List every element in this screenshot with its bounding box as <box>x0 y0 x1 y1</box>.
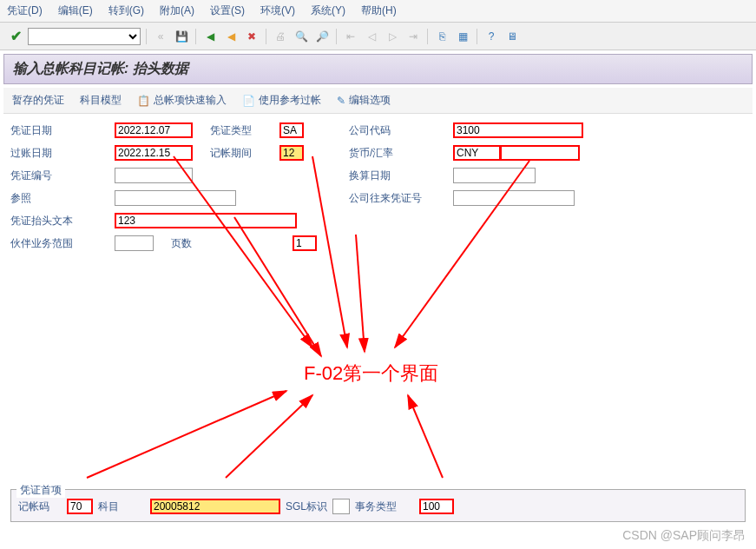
voucher-type-label: 凭证类型 <box>210 123 279 138</box>
ok-icon[interactable]: ✔ <box>7 28 24 45</box>
menu-voucher[interactable]: 凭证(D) <box>7 3 43 18</box>
menu-bar: 凭证(D) 编辑(E) 转到(G) 附加(A) 设置(S) 环境(V) 系统(Y… <box>0 0 756 23</box>
account-model-link[interactable]: 科目模型 <box>80 93 122 108</box>
intercompany-input[interactable] <box>453 190 575 206</box>
form-area: 凭证日期 凭证类型 公司代码 过账日期 记帐期间 货币/汇率 凭证编号 换算日期 <box>0 114 756 263</box>
reference-label: 参照 <box>10 191 115 206</box>
voucher-date-input[interactable] <box>115 122 193 138</box>
find-icon[interactable]: 🔍 <box>293 28 310 45</box>
use-ref-link[interactable]: 📄使用参考过帐 <box>242 93 321 108</box>
page-title: 输入总帐科目记帐: 抬头数据 <box>13 61 188 76</box>
edit-options-link[interactable]: ✎编辑选项 <box>337 93 391 108</box>
trans-date-label: 换算日期 <box>349 169 453 183</box>
new-session-icon[interactable]: ⎘ <box>433 28 450 45</box>
nav-back-icon[interactable]: ◀ <box>201 28 219 45</box>
posting-key-label: 记帐码 <box>18 499 62 514</box>
account-label: 科目 <box>98 499 119 514</box>
period-input[interactable] <box>279 145 304 161</box>
posting-date-input[interactable] <box>115 145 193 161</box>
trans-type-input[interactable] <box>419 499 454 514</box>
separator <box>477 29 477 44</box>
header-text-label: 凭证抬头文本 <box>10 214 115 228</box>
nav-exit-icon[interactable]: ◀ <box>222 28 240 45</box>
gui-config-icon[interactable]: 🖥 <box>503 28 521 45</box>
voucher-no-label: 凭证编号 <box>10 169 115 183</box>
group-title: 凭证首项 <box>16 483 65 498</box>
intercompany-label: 公司往来凭证号 <box>349 191 453 206</box>
next-page-icon[interactable]: ▷ <box>384 28 401 45</box>
watermark: CSDN @SAP顾问李昂 <box>622 528 746 544</box>
last-page-icon[interactable]: ⇥ <box>404 28 422 45</box>
sgl-input[interactable] <box>332 499 350 514</box>
pages-label: 页数 <box>171 236 240 251</box>
title-bar: 输入总帐科目记帐: 抬头数据 <box>3 54 753 84</box>
company-code-input[interactable] <box>453 122 583 138</box>
trans-date-input[interactable] <box>453 168 536 183</box>
company-code-label: 公司代码 <box>349 123 453 138</box>
header-text-input[interactable] <box>115 213 297 228</box>
prev-page-icon[interactable]: ◁ <box>363 28 380 45</box>
toolbar: ✔ « 💾 ◀ ◀ ✖ 🖨 🔍 🔎 ⇤ ◁ ▷ ⇥ ⎘ ▦ ? 🖥 <box>0 23 756 50</box>
footer-group: 凭证首项 记帐码 科目 SGL标识 事务类型 <box>10 489 746 522</box>
save-icon[interactable]: 💾 <box>173 28 190 45</box>
currency-input[interactable] <box>453 145 501 161</box>
pages-input[interactable] <box>293 235 317 251</box>
partner-seg-input[interactable] <box>115 235 154 251</box>
period-label: 记帐期间 <box>210 146 279 161</box>
separator <box>146 29 147 44</box>
voucher-type-input[interactable] <box>279 122 304 138</box>
currency-label: 货币/汇率 <box>349 146 453 161</box>
trans-type-label: 事务类型 <box>355 499 397 514</box>
posting-date-label: 过账日期 <box>10 146 115 161</box>
separator <box>195 29 196 44</box>
fast-entry-link[interactable]: 📋总帐项快速输入 <box>137 93 227 108</box>
print-icon[interactable]: 🖨 <box>272 28 289 45</box>
layout-icon[interactable]: ▦ <box>454 28 471 45</box>
menu-system[interactable]: 系统(Y) <box>311 3 345 18</box>
command-dropdown[interactable] <box>28 28 141 45</box>
menu-goto[interactable]: 转到(G) <box>108 3 144 18</box>
separator <box>266 29 266 44</box>
posting-key-input[interactable] <box>67 499 93 514</box>
menu-attach[interactable]: 附加(A) <box>160 3 194 18</box>
menu-settings[interactable]: 设置(S) <box>210 3 245 18</box>
sgl-label: SGL标识 <box>286 499 327 514</box>
currency-rate-input[interactable] <box>500 145 580 161</box>
voucher-date-label: 凭证日期 <box>10 123 115 138</box>
partner-seg-label: 伙伴业务范围 <box>10 236 115 251</box>
menu-edit[interactable]: 编辑(E) <box>58 3 93 18</box>
menu-env[interactable]: 环境(V) <box>260 3 295 18</box>
help-icon[interactable]: ? <box>483 28 500 45</box>
menu-help[interactable]: 帮助(H) <box>361 3 397 18</box>
account-input[interactable] <box>150 499 280 514</box>
separator <box>336 29 337 44</box>
back-icon[interactable]: « <box>152 28 169 45</box>
sub-toolbar: 暂存的凭证 科目模型 📋总帐项快速输入 📄使用参考过帐 ✎编辑选项 <box>3 88 753 114</box>
nav-cancel-icon[interactable]: ✖ <box>243 28 260 45</box>
reference-input[interactable] <box>115 190 236 206</box>
saved-voucher-link[interactable]: 暂存的凭证 <box>12 93 64 108</box>
first-page-icon[interactable]: ⇤ <box>342 28 359 45</box>
find-next-icon[interactable]: 🔎 <box>313 28 331 45</box>
separator <box>427 29 428 44</box>
voucher-no-input[interactable] <box>115 168 193 183</box>
